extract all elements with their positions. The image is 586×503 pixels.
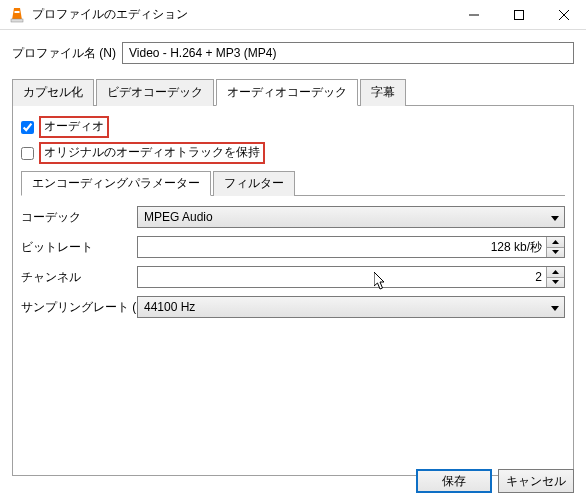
audio-checkbox-label: オーディオ — [39, 116, 109, 138]
codec-value: MPEG Audio — [144, 210, 213, 224]
channel-down-button[interactable] — [547, 277, 564, 288]
subtab-encoding-params[interactable]: エンコーディングパラメーター — [21, 171, 211, 196]
bitrate-label: ビットレート — [21, 239, 137, 256]
tab-encapsulation[interactable]: カプセル化 — [12, 79, 94, 106]
svg-rect-3 — [514, 10, 523, 19]
minimize-button[interactable] — [451, 0, 496, 29]
sub-tabs: エンコーディングパラメーター フィルター — [21, 170, 565, 196]
tab-video-codec[interactable]: ビデオコーデック — [96, 79, 214, 106]
window-title: プロファイルのエディション — [32, 6, 451, 23]
bitrate-down-button[interactable] — [547, 247, 564, 258]
samplerate-label: サンプリングレート (m) — [21, 299, 137, 316]
main-tabs: カプセル化 ビデオコーデック オーディオコーデック 字幕 — [12, 78, 574, 106]
cancel-button[interactable]: キャンセル — [498, 469, 574, 493]
audio-checkbox[interactable] — [21, 121, 34, 134]
bitrate-spinner[interactable]: 128 kb/秒 — [137, 236, 565, 258]
channel-spinner[interactable]: 2 — [137, 266, 565, 288]
bitrate-up-button[interactable] — [547, 237, 564, 247]
channel-up-button[interactable] — [547, 267, 564, 277]
codec-combo[interactable]: MPEG Audio — [137, 206, 565, 228]
app-icon — [8, 6, 26, 24]
chevron-down-icon — [551, 300, 559, 314]
channel-value: 2 — [535, 270, 542, 284]
codec-label: コーデック — [21, 209, 137, 226]
keep-original-checkbox[interactable] — [21, 147, 34, 160]
maximize-button[interactable] — [496, 0, 541, 29]
svg-rect-1 — [15, 11, 20, 13]
profile-name-input[interactable] — [122, 42, 574, 64]
tab-panel-audio: オーディオ オリジナルのオーディオトラックを保持 エンコーディングパラメーター … — [12, 106, 574, 476]
samplerate-combo[interactable]: 44100 Hz — [137, 296, 565, 318]
keep-original-label: オリジナルのオーディオトラックを保持 — [39, 142, 265, 164]
tab-subtitles[interactable]: 字幕 — [360, 79, 406, 106]
svg-rect-0 — [11, 19, 23, 22]
titlebar: プロファイルのエディション — [0, 0, 586, 30]
samplerate-value: 44100 Hz — [144, 300, 195, 314]
profile-name-label: プロファイル名 (N) — [12, 45, 116, 62]
bitrate-value: 128 kb/秒 — [491, 239, 542, 256]
tab-audio-codec[interactable]: オーディオコーデック — [216, 79, 358, 106]
chevron-down-icon — [551, 210, 559, 224]
subtab-filter[interactable]: フィルター — [213, 171, 295, 196]
save-button[interactable]: 保存 — [416, 469, 492, 493]
close-button[interactable] — [541, 0, 586, 29]
channel-label: チャンネル — [21, 269, 137, 286]
